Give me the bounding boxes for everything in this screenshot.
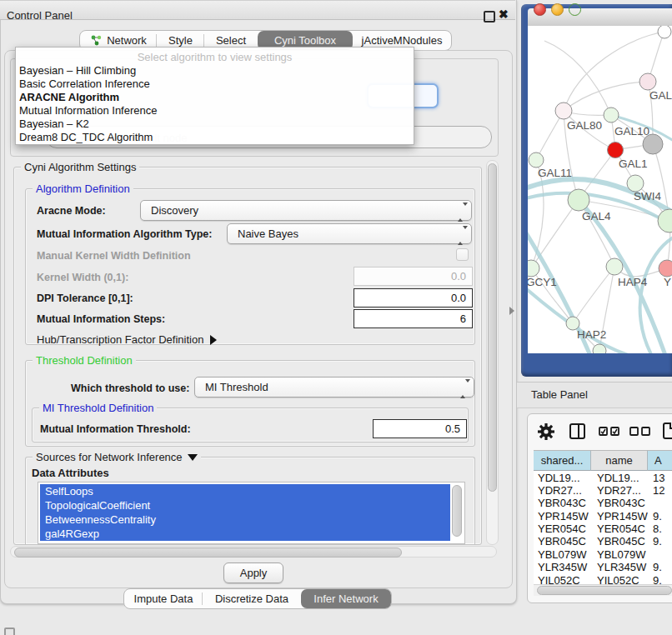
algorithm-option[interactable]: Bayesian – Hill Climbing bbox=[19, 64, 136, 78]
apply-button-label: Apply bbox=[240, 567, 268, 579]
node-label: GAL bbox=[649, 89, 672, 102]
column-header-label: shared... bbox=[541, 454, 584, 467]
network-window-titlebar[interactable] bbox=[528, 8, 672, 27]
cell[interactable]: 12 bbox=[653, 484, 664, 497]
select-all-columns-icon[interactable] bbox=[599, 427, 619, 436]
mi-algorithm-type-combo[interactable]: Naive Bayes bbox=[227, 223, 472, 244]
cell[interactable]: YDL19... bbox=[538, 472, 580, 484]
hub-tf-definition-toggle[interactable]: Hub/Transcription Factor Definition bbox=[37, 333, 217, 346]
close-traffic-light-icon[interactable] bbox=[534, 3, 546, 16]
attribute-item-selected[interactable]: SelfLoops bbox=[40, 484, 450, 498]
tab-impute-data[interactable]: Impute Data bbox=[124, 589, 203, 608]
cell[interactable]: YLR345W bbox=[597, 561, 646, 573]
node-swi4[interactable] bbox=[658, 209, 672, 232]
network-canvas[interactable]: GAL GAL80 GAL10 GAL1 GAL11 SWI4 GAL4 GCY… bbox=[528, 26, 672, 353]
table-body[interactable]: YDL19... YDL19... 13 YDR27... YDR27... 1… bbox=[534, 471, 672, 584]
kernel-width-label: Kernel Width (0,1): bbox=[37, 272, 128, 283]
node[interactable] bbox=[593, 344, 606, 353]
dpi-tolerance-input[interactable]: 0.0 bbox=[354, 288, 473, 308]
cell[interactable]: YIL052C bbox=[538, 574, 580, 584]
mi-threshold-definition-title: MI Threshold Definition bbox=[39, 402, 157, 414]
document-icon[interactable] bbox=[663, 422, 672, 439]
node[interactable] bbox=[658, 26, 671, 38]
splitter-arrow-icon[interactable] bbox=[509, 307, 514, 315]
combo-stepper-icon bbox=[458, 229, 464, 239]
mi-threshold-input[interactable]: 0.5 bbox=[373, 419, 467, 438]
cell[interactable]: YBR045C bbox=[538, 535, 586, 548]
column-header-shared-name[interactable]: shared... bbox=[534, 450, 591, 471]
algorithm-option-selected[interactable]: ARACNE Algorithm bbox=[19, 91, 119, 104]
tab-infer-network[interactable]: Infer Network bbox=[301, 589, 391, 608]
maximize-traffic-light-icon[interactable] bbox=[569, 3, 581, 16]
apply-button[interactable]: Apply bbox=[223, 562, 283, 583]
cell[interactable]: YBR045C bbox=[597, 535, 645, 548]
node-gal4[interactable] bbox=[568, 189, 589, 211]
tab-discretize-data[interactable]: Discretize Data bbox=[203, 589, 301, 608]
attribute-item-selected[interactable]: BetweennessCentrality bbox=[40, 512, 450, 527]
mi-algorithm-type-value: Naive Bayes bbox=[238, 228, 298, 240]
cell[interactable]: YDR27... bbox=[538, 484, 582, 497]
node-gal11[interactable] bbox=[529, 152, 544, 168]
data-attributes-list[interactable]: SelfLoops TopologicalCoefficient Between… bbox=[38, 482, 465, 544]
node-label: GCY1 bbox=[528, 276, 557, 288]
node-gal10[interactable] bbox=[604, 108, 619, 122]
cell[interactable]: YDR27... bbox=[597, 484, 641, 497]
algorithm-option[interactable]: Bayesian – K2 bbox=[19, 118, 89, 131]
algorithm-option[interactable]: Dream8 DC_TDC Algorithm bbox=[19, 131, 153, 144]
which-threshold-combo[interactable]: MI Threshold bbox=[194, 377, 474, 398]
manual-kernel-width-checkbox[interactable] bbox=[456, 248, 469, 261]
cell[interactable]: YBR043C bbox=[538, 497, 586, 509]
deselect-all-columns-icon[interactable] bbox=[629, 427, 650, 436]
cell[interactable]: 9. bbox=[653, 535, 662, 548]
cell[interactable]: YPR145W bbox=[538, 510, 589, 522]
node-gal[interactable] bbox=[639, 73, 656, 90]
cell[interactable]: YBL079W bbox=[597, 548, 646, 561]
sources-toggle[interactable]: Sources for Network Inference bbox=[33, 451, 201, 463]
tab-impute-data-label: Impute Data bbox=[134, 592, 193, 605]
cell[interactable]: 9. bbox=[653, 561, 662, 573]
node-selected-red[interactable] bbox=[608, 142, 624, 158]
collapsed-panel-icon[interactable] bbox=[4, 628, 15, 635]
node-label: GAL10 bbox=[614, 125, 649, 138]
gear-icon[interactable] bbox=[537, 422, 555, 444]
settings-vscroll-thumb[interactable] bbox=[488, 163, 497, 492]
algorithm-option[interactable]: Mutual Information Inference bbox=[19, 104, 157, 118]
cell[interactable]: 8. bbox=[653, 522, 662, 535]
kernel-width-input[interactable]: 0.0 bbox=[354, 267, 473, 286]
aracne-mode-combo[interactable]: Discovery bbox=[140, 200, 472, 221]
cell[interactable]: YIL052C bbox=[597, 574, 639, 584]
cell[interactable]: YDL19... bbox=[597, 472, 639, 484]
cell[interactable]: YBL079W bbox=[538, 548, 587, 561]
columns-icon[interactable] bbox=[569, 423, 585, 439]
node-y[interactable] bbox=[659, 260, 672, 277]
cell[interactable]: YPR145W bbox=[597, 510, 648, 522]
cell[interactable]: YLR345W bbox=[538, 561, 587, 573]
node-hap4[interactable] bbox=[606, 258, 623, 275]
minimize-traffic-light-icon[interactable] bbox=[551, 3, 564, 16]
control-panel-titlebar bbox=[0, 0, 515, 20]
attribute-item-selected[interactable]: gal4RGexp bbox=[40, 527, 450, 541]
node-label: SWI4 bbox=[634, 190, 661, 202]
aracne-mode-value: Discovery bbox=[151, 204, 198, 217]
cell[interactable]: YBR043C bbox=[597, 497, 645, 509]
data-attributes-label: Data Attributes bbox=[32, 467, 109, 479]
table-hscroll-thumb[interactable] bbox=[537, 586, 672, 595]
cell[interactable]: 9. bbox=[653, 574, 662, 584]
list-vertical-scrollbar[interactable] bbox=[452, 485, 462, 537]
node-gcy1[interactable] bbox=[528, 260, 539, 277]
cell[interactable]: 9. bbox=[653, 510, 662, 522]
cell[interactable]: YER054C bbox=[538, 522, 586, 535]
float-window-icon[interactable] bbox=[484, 11, 495, 22]
settings-hscroll-thumb[interactable] bbox=[14, 548, 402, 558]
cell[interactable]: YER054C bbox=[597, 522, 645, 535]
algorithm-option[interactable]: Basic Correlation Inference bbox=[19, 78, 150, 91]
cell[interactable]: 13 bbox=[653, 472, 664, 484]
cyni-algorithm-settings-title: Cyni Algorithm Settings bbox=[21, 161, 139, 173]
mi-steps-input[interactable]: 6 bbox=[354, 309, 473, 328]
attribute-item-selected[interactable]: TopologicalCoefficient bbox=[40, 498, 450, 512]
node-gal1[interactable] bbox=[627, 175, 644, 192]
close-icon[interactable]: ✖ bbox=[499, 8, 509, 21]
column-header-name[interactable]: name bbox=[591, 450, 648, 471]
node-gal80[interactable] bbox=[555, 102, 572, 119]
column-header-clipped[interactable]: A bbox=[648, 450, 672, 471]
